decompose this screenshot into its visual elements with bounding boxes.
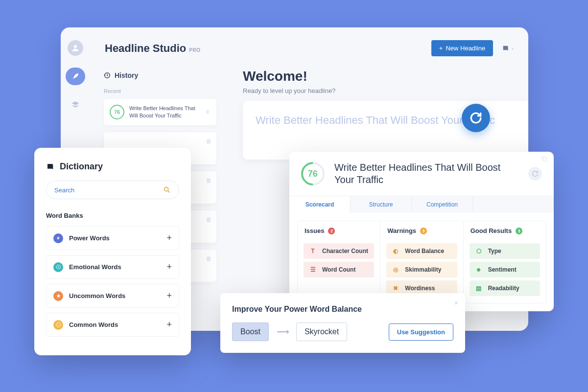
chip-skimmability[interactable]: ◎Skimmability <box>386 262 457 277</box>
refresh-fab[interactable] <box>462 104 490 132</box>
new-headline-button[interactable]: + New Headline <box>431 40 494 56</box>
good-count: 3 <box>516 228 522 234</box>
chevron-right-icon: › <box>512 46 514 51</box>
welcome-title: Welcome! <box>243 69 335 84</box>
plus-icon: + <box>439 45 443 52</box>
star-icon <box>53 291 63 301</box>
suggestion-panel: × Improve Your Power Word Balance Boost … <box>220 293 465 353</box>
wordbank-common[interactable]: Common Words + <box>46 313 179 337</box>
dictionary-panel: Dictionary Word Banks Power Words + Emot… <box>34 148 191 355</box>
book-icon <box>46 162 55 171</box>
chip-sentiment[interactable]: ☻Sentiment <box>470 262 540 277</box>
trash-icon[interactable] <box>205 108 211 116</box>
chip-readability[interactable]: ▤Readability <box>470 280 540 296</box>
avatar[interactable] <box>68 40 83 56</box>
library-toggle[interactable]: › <box>502 45 514 52</box>
suggestion-from: Boost <box>232 323 269 341</box>
scorecard-headline: Write Better Headlines That Will Boost Y… <box>334 161 518 186</box>
check-circle-icon <box>53 320 63 330</box>
expand-icon: + <box>166 233 172 243</box>
wordbank-label: Common Words <box>69 321 118 328</box>
chip-word-balance[interactable]: ◐Word Balance <box>386 243 457 259</box>
copy-icon[interactable] <box>541 156 548 164</box>
tab-structure[interactable]: Structure <box>351 196 412 213</box>
close-icon[interactable]: × <box>454 299 458 307</box>
warnings-title: Warnings <box>387 227 416 234</box>
issues-title: Issues <box>305 227 324 234</box>
svg-point-0 <box>74 45 77 48</box>
welcome-block: Welcome! Ready to level up your headline… <box>243 69 335 94</box>
tab-competition[interactable]: Competition <box>412 196 473 213</box>
refresh-icon-small[interactable] <box>528 167 542 181</box>
warnings-column: Warnings 3 ◐Word Balance ◎Skimmability ✖… <box>380 221 463 303</box>
recent-label: Recent <box>104 88 216 94</box>
app-title: Headline Studio <box>105 42 186 55</box>
good-column: Good Results 3 ⬡Type ☻Sentiment ▤Readabi… <box>463 221 546 303</box>
scorecard-panel: 76 Write Better Headlines That Will Boos… <box>289 152 554 311</box>
tab-scorecard[interactable]: Scorecard <box>289 196 351 213</box>
wordbank-label: Uncommon Words <box>69 292 125 300</box>
expand-icon: + <box>166 291 172 301</box>
recent-headline-title: Write Better Headlines That Will Boost Y… <box>129 105 200 119</box>
wordbanks-title: Word Banks <box>46 212 179 219</box>
refresh-icon <box>470 112 482 124</box>
wordbank-uncommon[interactable]: Uncommon Words + <box>46 284 179 308</box>
issues-column: Issues 2 TCharacter Count ☰Word Count <box>297 221 380 303</box>
score-circle-large: 76 <box>296 157 329 190</box>
search-input[interactable] <box>54 186 163 194</box>
compass-icon <box>53 262 63 272</box>
wordbank-label: Power Words <box>69 234 110 242</box>
arrow-right-icon: ⟶ <box>277 326 288 337</box>
bolt-icon <box>53 233 63 243</box>
expand-icon: + <box>166 320 172 330</box>
wordbank-emotional[interactable]: Emotional Words + <box>46 255 179 279</box>
expand-icon: + <box>166 262 172 272</box>
scorecard-tabs: Scorecard Structure Competition <box>289 196 554 213</box>
history-icon <box>104 72 111 79</box>
header: Headline Studio PRO + New Headline › <box>105 40 514 56</box>
score-circle: 76 <box>110 105 124 119</box>
new-headline-label: New Headline <box>446 45 485 52</box>
wordbank-power[interactable]: Power Words + <box>46 226 179 250</box>
history-title: History <box>115 71 138 79</box>
nav-feather[interactable] <box>66 68 85 85</box>
good-title: Good Results <box>470 227 512 234</box>
chip-character-count[interactable]: TCharacter Count <box>304 243 374 259</box>
dictionary-title: Dictionary <box>60 161 103 172</box>
warnings-count: 3 <box>420 228 427 234</box>
svg-point-3 <box>56 323 60 327</box>
svg-rect-4 <box>543 158 547 161</box>
pro-badge: PRO <box>189 47 200 53</box>
recent-headline-card[interactable]: 76 Write Better Headlines That Will Boos… <box>104 99 216 125</box>
suggestion-to: Skyrocket <box>296 323 347 341</box>
chip-type[interactable]: ⬡Type <box>470 243 540 259</box>
welcome-subtitle: Ready to level up your headline? <box>243 87 335 94</box>
suggestion-title: Improve Your Power Word Balance <box>232 305 453 314</box>
search-icon <box>163 186 171 194</box>
svg-point-1 <box>165 187 168 191</box>
use-suggestion-button[interactable]: Use Suggestion <box>389 323 453 341</box>
nav-education[interactable] <box>68 97 83 113</box>
chip-word-count[interactable]: ☰Word Count <box>304 262 374 277</box>
search-field[interactable] <box>46 181 179 199</box>
issues-count: 2 <box>328 228 335 234</box>
wordbank-label: Emotional Words <box>69 263 121 271</box>
history-header: History <box>104 71 216 79</box>
tab-spacer <box>473 196 554 213</box>
